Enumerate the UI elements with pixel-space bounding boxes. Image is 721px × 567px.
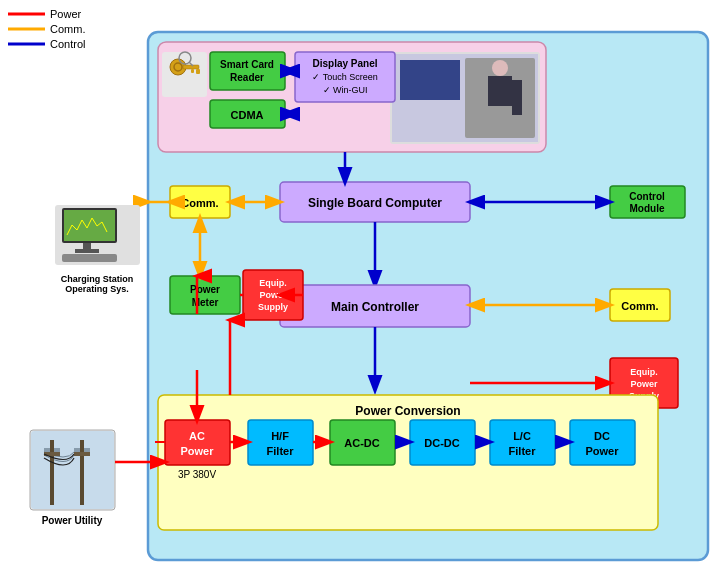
- single-board-computer-label: Single Board Computer: [308, 196, 442, 210]
- svg-rect-28: [50, 440, 54, 505]
- svg-rect-29: [80, 440, 84, 505]
- hf-filter-label2: Filter: [267, 445, 295, 457]
- legend-power-label: Power: [50, 8, 82, 20]
- cdma-label: CDMA: [231, 109, 264, 121]
- ac-dc-label: AC-DC: [344, 437, 379, 449]
- lc-filter-box: [490, 420, 555, 465]
- power-conversion-label: Power Conversion: [355, 404, 460, 418]
- lc-filter-label: L/C: [513, 430, 531, 442]
- power-meter-label: Power: [190, 284, 220, 295]
- power-meter-label2: Meter: [192, 297, 219, 308]
- svg-point-14: [492, 60, 508, 76]
- svg-rect-31: [74, 452, 90, 456]
- power-utility-label: Power Utility: [42, 515, 103, 526]
- dc-dc-label: DC-DC: [424, 437, 459, 449]
- svg-rect-16: [512, 80, 522, 115]
- display-panel-label: Display Panel: [312, 58, 377, 69]
- svg-rect-19: [83, 243, 91, 249]
- main-controller-label: Main Controller: [331, 300, 419, 314]
- comm-right-label: Comm.: [621, 300, 658, 312]
- svg-rect-11: [400, 60, 460, 100]
- ac-power-label: AC: [189, 430, 205, 442]
- smart-card-reader-label: Smart Card: [220, 59, 274, 70]
- hf-filter-label: H/F: [271, 430, 289, 442]
- svg-rect-7: [191, 69, 194, 73]
- equip-power-supply-top-label3: Supply: [258, 302, 288, 312]
- smart-card-icon-bg: [162, 52, 207, 97]
- charging-station-label: Charging Station: [61, 274, 134, 284]
- lc-filter-label2: Filter: [509, 445, 537, 457]
- ac-power-box: [165, 420, 230, 465]
- legend-control-label: Control: [50, 38, 85, 50]
- power-meter-box: [170, 276, 240, 314]
- hf-filter-box: [248, 420, 313, 465]
- svg-rect-15: [488, 76, 512, 106]
- dc-power-label2: Power: [585, 445, 619, 457]
- display-panel-wingui: ✓ Win-GUI: [323, 85, 368, 95]
- smart-card-reader-box: [210, 52, 285, 90]
- svg-rect-20: [75, 249, 99, 253]
- dc-power-box: [570, 420, 635, 465]
- svg-rect-21: [62, 254, 117, 262]
- equip-power-supply-right-label2: Power: [630, 379, 658, 389]
- legend-comm-label: Comm.: [50, 23, 85, 35]
- display-panel-touch: ✓ Touch Screen: [312, 72, 377, 82]
- equip-power-supply-top-label: Equip.: [259, 278, 287, 288]
- svg-rect-6: [196, 69, 200, 74]
- comm-left-label: Comm.: [181, 197, 218, 209]
- svg-rect-5: [183, 65, 199, 69]
- ac-power-label2: Power: [180, 445, 214, 457]
- smart-card-reader-label2: Reader: [230, 72, 264, 83]
- control-module-label2: Module: [630, 203, 665, 214]
- legend: Power Comm. Control: [8, 8, 85, 50]
- control-module-label: Control: [629, 191, 665, 202]
- dc-power-label: DC: [594, 430, 610, 442]
- equip-power-supply-right-label: Equip.: [630, 367, 658, 377]
- voltage-label: 3P 380V: [178, 469, 217, 480]
- charging-station-label2: Operating Sys.: [65, 284, 129, 294]
- svg-rect-27: [31, 431, 114, 509]
